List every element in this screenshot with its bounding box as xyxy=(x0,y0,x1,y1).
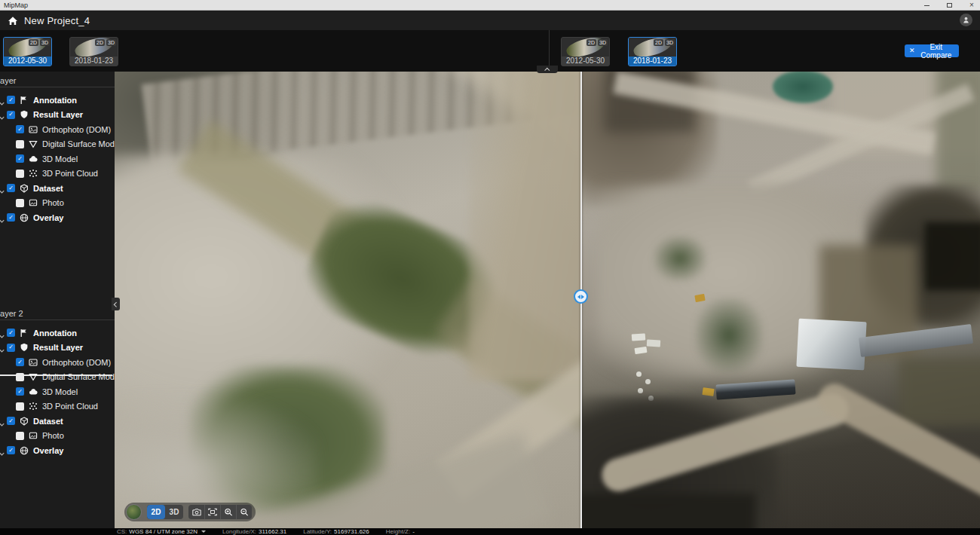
chevron-down-icon[interactable] xyxy=(0,344,5,351)
exit-compare-button[interactable]: ✕ Exit Compare xyxy=(905,44,959,57)
layer-visibility-checkbox[interactable] xyxy=(16,199,24,207)
layer-visibility-checkbox[interactable] xyxy=(16,125,24,133)
chevron-down-icon[interactable] xyxy=(0,447,5,454)
layer-label: Overlay xyxy=(33,446,63,455)
layer-visibility-checkbox[interactable] xyxy=(16,373,24,381)
chevron-down-icon[interactable] xyxy=(0,185,5,192)
layer-visibility-checkbox[interactable] xyxy=(7,417,15,425)
layer-tree-item[interactable]: Result Layer xyxy=(0,341,115,356)
crs-selector[interactable]: CS: WGS 84 / UTM zone 32N xyxy=(117,528,206,535)
dataset-card-left-2012[interactable]: 2D 3D 2012-05-30 xyxy=(3,37,52,66)
imagery-feature xyxy=(645,379,651,384)
user-avatar-button[interactable] xyxy=(960,14,972,26)
layer-tree-item[interactable]: Result Layer xyxy=(0,108,115,123)
layer-tree-item[interactable]: 3D Model xyxy=(0,384,115,399)
screenshot-button[interactable] xyxy=(188,505,204,519)
layer-visibility-checkbox[interactable] xyxy=(16,170,24,178)
dataset-card-right-2018[interactable]: 2D 3D 2018-01-23 xyxy=(628,37,677,66)
strip-collapse-tab[interactable] xyxy=(537,66,558,73)
layer-visibility-checkbox[interactable] xyxy=(16,358,24,366)
layer-label: Orthophoto (DOM) xyxy=(42,358,111,367)
imagery-feature xyxy=(605,72,695,132)
layer-visibility-checkbox[interactable] xyxy=(7,329,15,337)
maximize-button[interactable] xyxy=(944,1,954,10)
dataset-thumbnail: 2D 3D xyxy=(4,38,51,57)
minimize-button[interactable] xyxy=(921,1,932,10)
map-pane-right[interactable] xyxy=(582,72,980,528)
badge-3d: 3D xyxy=(106,39,116,46)
layer-tree-item[interactable]: 3D Model xyxy=(0,151,115,167)
layer-label: Result Layer xyxy=(33,343,83,352)
chevron-left-icon xyxy=(114,302,119,307)
layer-label: Digital Surface Mod... xyxy=(42,139,115,148)
view-2d-button[interactable]: 2D xyxy=(147,505,165,519)
fit-extent-button[interactable] xyxy=(204,505,220,519)
map-compare-area: 2D 3D xyxy=(115,72,980,528)
layer-visibility-checkbox[interactable] xyxy=(7,446,15,454)
close-button[interactable]: × xyxy=(966,1,977,10)
imagery-feature xyxy=(936,72,980,192)
imagery-feature xyxy=(648,396,654,401)
compare-divider-handle[interactable] xyxy=(574,289,588,304)
layer-tree-item[interactable]: Dataset xyxy=(0,181,115,196)
imagery-feature xyxy=(613,72,936,155)
imagery-feature xyxy=(222,432,551,528)
longitude-value: 311662.31 xyxy=(259,528,286,535)
map-pane-left[interactable] xyxy=(115,72,580,528)
layer-visibility-checkbox[interactable] xyxy=(16,402,24,411)
layer-visibility-checkbox[interactable] xyxy=(7,96,15,104)
longitude-label: Longitude/X: xyxy=(222,528,256,535)
layer-visibility-checkbox[interactable] xyxy=(16,432,24,440)
layer-label: 3D Model xyxy=(42,387,78,396)
basemap-thumbnail[interactable] xyxy=(126,504,142,520)
window-title: MipMap xyxy=(0,0,28,11)
imagery-feature xyxy=(695,298,763,373)
view-3d-button[interactable]: 3D xyxy=(165,505,183,519)
layer-visibility-checkbox[interactable] xyxy=(7,184,15,192)
flag-icon xyxy=(20,96,29,105)
layer-visibility-checkbox[interactable] xyxy=(7,213,15,222)
zoom-out-button[interactable] xyxy=(236,505,252,519)
layer-tree-item[interactable]: Orthophoto (DOM) xyxy=(0,355,115,370)
layer-tree-item[interactable]: Orthophoto (DOM) xyxy=(0,122,115,137)
imagery-feature xyxy=(436,351,580,500)
layer-visibility-checkbox[interactable] xyxy=(16,154,24,163)
imagery-feature xyxy=(773,72,833,103)
imagery-feature xyxy=(813,378,980,506)
home-icon[interactable] xyxy=(8,16,18,26)
zoom-in-button[interactable] xyxy=(220,505,236,519)
layer-tree-item[interactable]: Photo xyxy=(0,429,115,444)
dsm-icon xyxy=(29,372,38,381)
chevron-down-icon[interactable] xyxy=(0,96,5,104)
layer-tree-item[interactable]: Annotation xyxy=(0,326,115,341)
layer-tree-item[interactable]: Overlay xyxy=(0,443,115,458)
dataset-card-right-2012[interactable]: 2D 3D 2012-05-30 xyxy=(561,37,610,66)
crs-value: WGS 84 / UTM zone 32N xyxy=(129,528,198,535)
app-header: New Project_4 xyxy=(0,11,980,30)
layer-tree-item[interactable]: Digital Surface Mod... xyxy=(0,370,115,385)
layer-tree-item[interactable]: 3D Point Cloud xyxy=(0,167,115,182)
layer-visibility-checkbox[interactable] xyxy=(7,111,15,119)
layer-tree-item[interactable]: Digital Surface Mod... xyxy=(0,137,115,152)
layer-tree-item[interactable]: Dataset xyxy=(0,414,115,429)
dataset-icon xyxy=(20,184,29,193)
sidebar-collapse-tab[interactable] xyxy=(112,298,120,310)
layer-visibility-checkbox[interactable] xyxy=(16,387,24,396)
layer-visibility-checkbox[interactable] xyxy=(7,344,15,352)
camera-icon xyxy=(192,508,201,516)
chevron-down-icon[interactable] xyxy=(0,111,5,118)
chevron-down-icon[interactable] xyxy=(0,214,5,222)
chevron-down-icon[interactable] xyxy=(0,329,5,337)
layer-tree-item[interactable]: Annotation xyxy=(0,93,115,108)
dataset-date: 2018-01-23 xyxy=(70,57,118,66)
project-title: New Project_4 xyxy=(24,15,90,26)
layer-tree-item[interactable]: Photo xyxy=(0,196,115,211)
layer-visibility-checkbox[interactable] xyxy=(16,140,24,148)
dataset-card-left-2018[interactable]: 2D 3D 2018-01-23 xyxy=(69,37,118,66)
layer-label: Photo xyxy=(42,431,64,440)
layer-tree-item[interactable]: 3D Point Cloud xyxy=(0,399,115,414)
maximize-icon xyxy=(947,3,952,8)
badge-3d: 3D xyxy=(665,39,675,46)
chevron-down-icon[interactable] xyxy=(0,417,5,425)
layer-tree-item[interactable]: Overlay xyxy=(0,210,115,225)
